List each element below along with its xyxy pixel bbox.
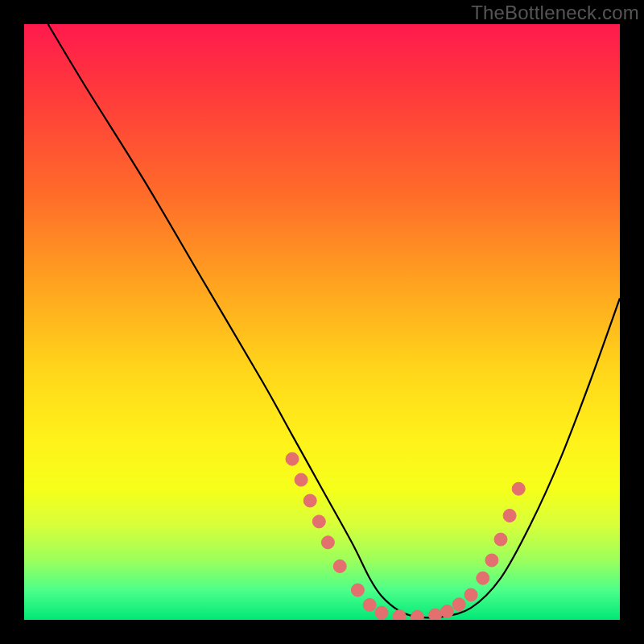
- data-marker: [303, 494, 316, 507]
- data-marker: [312, 515, 325, 528]
- data-marker: [321, 536, 334, 549]
- data-marker: [440, 605, 453, 618]
- data-marker: [363, 599, 376, 612]
- data-marker: [286, 452, 299, 465]
- data-marker: [494, 533, 507, 546]
- data-marker: [464, 588, 477, 601]
- watermark-text: TheBottleneck.com: [471, 2, 639, 24]
- data-marker: [503, 510, 516, 522]
- chart-svg: [24, 24, 620, 620]
- chart-frame: TheBottleneck.com: [0, 0, 644, 644]
- data-marker: [452, 598, 465, 611]
- data-marker: [411, 610, 423, 620]
- data-marker: [429, 609, 442, 620]
- data-marker: [375, 606, 388, 619]
- data-marker: [295, 473, 308, 486]
- data-marker: [485, 554, 498, 567]
- data-marker: [512, 482, 525, 495]
- data-marker: [477, 572, 489, 584]
- data-marker: [351, 584, 364, 597]
- data-marker: [333, 559, 346, 572]
- curve-path: [48, 24, 620, 617]
- data-marker: [393, 610, 406, 620]
- marker-group: [286, 452, 525, 620]
- plot-area: [24, 24, 620, 620]
